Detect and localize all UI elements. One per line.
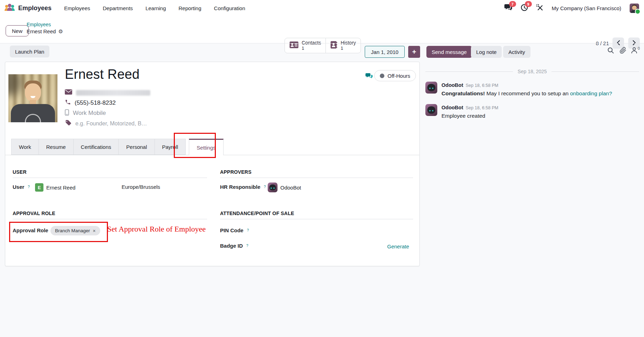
message-text: May I recommend you to setup an (485, 90, 570, 96)
work-phone-value: (555)-518-8232 (75, 99, 116, 106)
message-bold-text: Congratulations! (441, 90, 485, 96)
user-name-value: Ernest Reed (46, 185, 75, 191)
chatter-date-label: Sep 18, 2025 (518, 69, 547, 74)
message-body: Congratulations! May I recommend you to … (441, 90, 612, 97)
hr-responsible-name: OdooBot (280, 185, 301, 191)
tags-row[interactable]: e.g. Founder, Motorized, B… (65, 119, 147, 128)
company-switcher[interactable]: My Company (San Francisco) (552, 5, 621, 11)
activity-button[interactable]: Activity (503, 46, 530, 58)
pin-code-label: PIN Code? (220, 227, 249, 233)
remove-tag-icon[interactable]: × (93, 228, 96, 234)
hr-responsible-help-marker: ? (264, 185, 266, 189)
approvers-section-title: APPROVERS (220, 169, 252, 175)
breadcrumb-current-label: Ernest Reed (27, 28, 56, 35)
generate-badge-link[interactable]: Generate (387, 243, 409, 249)
tab-settings[interactable]: Settings (189, 139, 223, 155)
message-timestamp: Sep 18, 6:58 PM (466, 105, 498, 110)
approval-role-tag-label: Branch Manager (55, 228, 90, 233)
approval-role-tag[interactable]: Branch Manager × (50, 226, 100, 235)
approval-role-label: Approval Role (13, 227, 48, 233)
mobile-phone-icon (65, 109, 69, 117)
badge-id-label-text: Badge ID (220, 243, 243, 249)
employee-photo[interactable] (8, 74, 57, 122)
debug-tools-button[interactable] (536, 4, 543, 13)
message-timestamp: Sep 18, 6:58 PM (466, 83, 498, 88)
notebook-tabs: Work Resume Certifications Personal Payr… (5, 139, 224, 155)
user-section-title: USER (13, 169, 27, 175)
tag-icon (65, 119, 71, 128)
message-author[interactable]: OdooBot (441, 105, 463, 110)
breadcrumb-employees-link[interactable]: Employees (27, 21, 63, 28)
app-title: Employees (18, 5, 52, 12)
tab-personal[interactable]: Personal (118, 139, 154, 155)
tab-resume[interactable]: Resume (39, 139, 73, 155)
odoobot-eye (432, 88, 433, 89)
employee-name[interactable]: Ernest Reed (65, 67, 139, 82)
followers-button[interactable]: 0 (631, 47, 640, 55)
hr-responsible-value[interactable]: OdooBot (268, 183, 301, 192)
work-email-row[interactable] (65, 89, 150, 96)
followers-count: 0 (638, 46, 640, 50)
work-mobile-row[interactable]: Work Mobile (65, 109, 106, 117)
annotation-note: Set Approval Role of Employee (107, 225, 206, 234)
odoobot-eye (429, 88, 431, 89)
menu-learning[interactable]: Learning (145, 5, 166, 11)
menu-employees[interactable]: Employees (64, 5, 90, 11)
odoobot-avatar[interactable] (425, 104, 437, 116)
pin-code-help-marker: ? (247, 228, 249, 232)
user-field-label: User? (13, 184, 30, 190)
attach-files-button[interactable] (619, 47, 626, 55)
date-field-button[interactable]: Jan 1, 2010 (365, 46, 405, 58)
user-label-text: User (13, 184, 24, 190)
timezone-text: Europe/Brussels (122, 184, 160, 190)
approval-role-label-text: Approval Role (13, 227, 48, 233)
tags-placeholder: e.g. Founder, Motorized, B… (75, 121, 147, 127)
odoobot-eye (273, 187, 275, 189)
onboarding-plan-link[interactable]: onboarding plan? (570, 90, 612, 96)
badge-id-label: Badge ID? (220, 243, 248, 249)
send-message-button[interactable]: Send message (426, 46, 472, 58)
chat-presence-icon[interactable] (365, 73, 373, 80)
phone-icon (65, 99, 71, 106)
pin-code-label-text: PIN Code (220, 227, 244, 233)
new-record-button[interactable]: New (6, 25, 29, 36)
paperclip-icon (619, 47, 626, 55)
activities-menu-button[interactable]: 9 (521, 4, 528, 13)
tab-payroll[interactable]: Payroll (155, 139, 186, 155)
menu-departments[interactable]: Departments (103, 5, 133, 11)
chatter-message: OdooBot Sep 18, 6:58 PM Employee created (425, 104, 641, 119)
user-menu-avatar[interactable] (630, 4, 639, 13)
off-hours-dot (380, 74, 384, 78)
message-author[interactable]: OdooBot (441, 82, 463, 88)
control-panel: New Employees Ernest Reed ⚙ (0, 16, 644, 43)
breadcrumb: Employees Ernest Reed ⚙ (27, 21, 63, 35)
messages-menu-button[interactable]: 7 (504, 4, 512, 13)
badge-id-help-marker: ? (246, 244, 248, 248)
tab-work[interactable]: Work (11, 139, 39, 155)
search-messages-button[interactable] (607, 47, 614, 55)
gear-icon[interactable]: ⚙ (58, 28, 63, 35)
off-hours-label: Off-Hours (388, 73, 410, 79)
app-switcher[interactable]: Employees (4, 3, 52, 13)
navbar-systray: 7 9 (504, 4, 639, 13)
employee-form-card: Ernest Reed (555)-518-8232 Work Mobile e… (5, 62, 420, 266)
timezone-value: Europe/Brussels (122, 184, 160, 190)
activities-count-badge: 9 (525, 1, 532, 7)
approval-role-section-title: APPROVAL ROLE (13, 211, 55, 216)
odoobot-avatar[interactable] (425, 82, 437, 94)
follower-person-icon (631, 47, 637, 55)
email-redacted-blur (76, 90, 150, 96)
attendance-section-divider (220, 219, 413, 219)
user-field-value[interactable]: E Ernest Reed (35, 183, 75, 192)
odoo-employees-app: Employees Employees Departments Learning… (0, 0, 644, 337)
photo-head (25, 83, 41, 102)
menu-configuration[interactable]: Configuration (214, 5, 245, 11)
menu-reporting[interactable]: Reporting (179, 5, 201, 11)
launch-plan-button[interactable]: Launch Plan (10, 46, 49, 57)
add-date-button[interactable]: + (408, 46, 420, 58)
top-navbar: Employees Employees Departments Learning… (0, 0, 644, 16)
log-note-button[interactable]: Log note (471, 46, 502, 58)
photo-neck (30, 100, 36, 104)
tab-certifications[interactable]: Certifications (73, 139, 119, 155)
work-phone-row[interactable]: (555)-518-8232 (65, 99, 116, 106)
